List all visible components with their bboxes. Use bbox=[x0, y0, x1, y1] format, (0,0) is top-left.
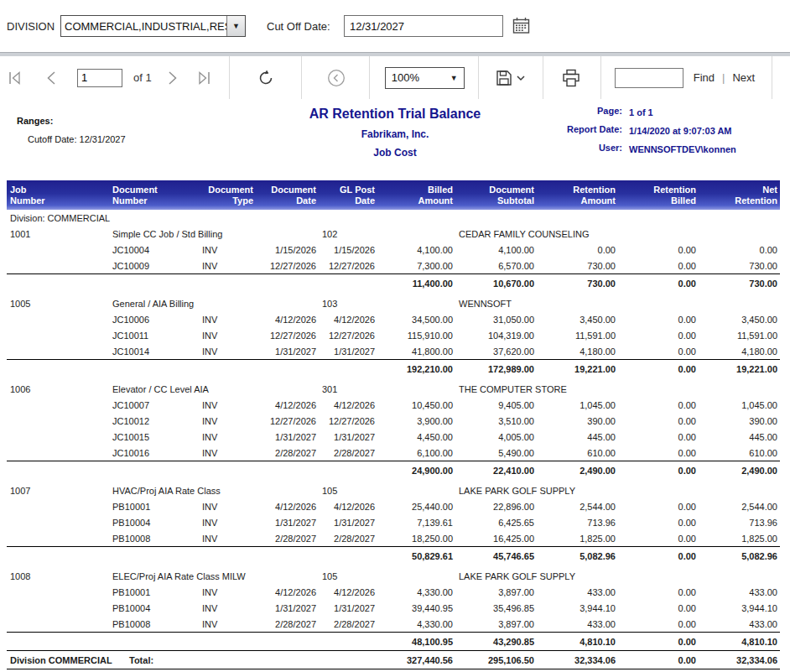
net-retention: 433.00 bbox=[699, 584, 780, 600]
back-button[interactable] bbox=[327, 69, 346, 87]
job-number: 1005 bbox=[7, 295, 109, 311]
document-type: INV bbox=[199, 429, 256, 445]
cell bbox=[377, 482, 455, 498]
calendar-icon[interactable] bbox=[512, 17, 530, 34]
document-subtotal: 3,897.00 bbox=[455, 584, 537, 600]
document-type: INV bbox=[199, 343, 256, 360]
cell bbox=[7, 600, 109, 616]
total-document-subtotal: 10,670.00 bbox=[455, 274, 537, 293]
document-number: JC10015 bbox=[109, 429, 199, 445]
previous-page-button[interactable] bbox=[45, 70, 57, 86]
billed-amount: 41,800.00 bbox=[377, 343, 455, 360]
document-number: PB10004 bbox=[109, 514, 199, 530]
export-save-button[interactable] bbox=[496, 70, 526, 86]
column-header: GL Post Date bbox=[319, 180, 377, 210]
total-billed-amount: 192,210.00 bbox=[377, 360, 455, 378]
retention-billed: 0.00 bbox=[618, 258, 699, 274]
retention-amount: 390.00 bbox=[537, 413, 618, 429]
document-date: 4/12/2026 bbox=[256, 498, 319, 514]
document-number: JC10007 bbox=[109, 397, 199, 413]
retention-amount: 1,825.00 bbox=[537, 530, 618, 547]
total-billed-amount: 48,100.95 bbox=[377, 633, 455, 651]
document-subtotal: 9,405.00 bbox=[455, 397, 537, 413]
document-type: INV bbox=[199, 498, 256, 514]
document-row: JC10012INV12/27/202612/27/20263,900.003,… bbox=[7, 413, 780, 429]
job-description: General / AIA Billing bbox=[109, 295, 319, 311]
retention-amount: 713.96 bbox=[537, 514, 618, 530]
zoom-value: 100% bbox=[392, 71, 419, 84]
page-count-label: of 1 bbox=[133, 71, 152, 84]
net-retention: 1,825.00 bbox=[699, 530, 780, 547]
billed-amount: 7,139.61 bbox=[377, 514, 455, 530]
toolbar-divider bbox=[772, 56, 772, 99]
gl-post-date: 12/27/2026 bbox=[319, 413, 377, 429]
division-total-subtotal: 295,106.50 bbox=[455, 651, 537, 669]
document-subtotal: 3,510.00 bbox=[455, 413, 537, 429]
division-total-retention-billed: 0.00 bbox=[618, 651, 699, 669]
division-label: DIVISION bbox=[7, 20, 55, 33]
retention-billed: 0.00 bbox=[618, 600, 699, 616]
billed-amount: 34,500.00 bbox=[377, 311, 455, 327]
retention-billed: 0.00 bbox=[618, 530, 699, 547]
total-retention-amount: 4,810.10 bbox=[537, 633, 618, 651]
net-retention: 11,591.00 bbox=[699, 327, 780, 343]
total-retention-billed: 0.00 bbox=[618, 547, 699, 565]
retention-table: Job NumberDocument NumberDocument TypeDo… bbox=[7, 180, 780, 669]
document-date: 1/31/2027 bbox=[256, 514, 319, 530]
document-subtotal: 104,319.00 bbox=[455, 327, 537, 343]
gl-post-date: 4/12/2026 bbox=[319, 584, 377, 600]
print-button[interactable] bbox=[562, 69, 580, 87]
division-select[interactable]: COMMERCIAL,INDUSTRIAL,RESID ▼ bbox=[60, 15, 246, 37]
net-retention: 713.96 bbox=[699, 514, 780, 530]
user-meta-label: User: bbox=[505, 143, 622, 153]
refresh-button[interactable] bbox=[257, 69, 275, 87]
find-input[interactable] bbox=[615, 68, 683, 88]
retention-amount: 3,450.00 bbox=[537, 311, 618, 327]
document-number: JC10006 bbox=[109, 311, 199, 327]
retention-billed: 0.00 bbox=[618, 413, 699, 429]
document-date: 12/27/2026 bbox=[256, 327, 319, 343]
billed-amount: 25,440.00 bbox=[377, 498, 455, 514]
net-retention: 1,045.00 bbox=[699, 397, 780, 413]
retention-billed: 0.00 bbox=[618, 311, 699, 327]
find-button[interactable]: Find bbox=[694, 71, 715, 84]
job-number: 1007 bbox=[7, 482, 109, 498]
find-next-button[interactable]: Next bbox=[732, 71, 755, 84]
net-retention: 610.00 bbox=[699, 445, 780, 461]
chevron-down-icon[interactable]: ▼ bbox=[226, 16, 245, 36]
document-number: PB10008 bbox=[109, 530, 199, 547]
column-header: Job Number bbox=[7, 180, 109, 210]
column-header: Document Number bbox=[109, 180, 199, 210]
division-total-net: 32,334.06 bbox=[699, 651, 780, 669]
billed-amount: 18,250.00 bbox=[377, 530, 455, 547]
document-type: INV bbox=[199, 258, 256, 274]
retention-billed: 0.00 bbox=[618, 514, 699, 530]
cell bbox=[7, 514, 109, 530]
gl-post-date: 12/27/2026 bbox=[319, 327, 377, 343]
total-document-subtotal: 172,989.00 bbox=[455, 360, 537, 378]
cell bbox=[7, 242, 109, 258]
cell bbox=[7, 274, 377, 293]
column-header: Document Date bbox=[256, 180, 319, 210]
next-page-button[interactable] bbox=[167, 70, 179, 86]
customer-name: LAKE PARK GOLF SUPPLY bbox=[455, 568, 780, 584]
document-row: JC10014INV1/31/20271/31/202741,800.0037,… bbox=[7, 343, 780, 360]
customer-name: CEDAR FAMILY COUNSELING bbox=[455, 226, 780, 242]
total-net-retention: 4,810.10 bbox=[699, 633, 780, 651]
job-row: 1005General / AIA Billing103WENNSOFT bbox=[7, 295, 780, 311]
cutoff-date-input[interactable] bbox=[344, 15, 503, 37]
gl-post-date: 1/31/2027 bbox=[319, 429, 377, 445]
gl-post-date: 12/27/2026 bbox=[319, 258, 377, 274]
last-page-button[interactable] bbox=[195, 70, 212, 86]
total-retention-billed: 0.00 bbox=[618, 633, 699, 651]
retention-billed: 0.00 bbox=[618, 327, 699, 343]
total-document-subtotal: 45,746.65 bbox=[455, 547, 537, 565]
retention-amount: 4,180.00 bbox=[537, 343, 618, 360]
page-number-input[interactable] bbox=[77, 69, 122, 87]
retention-billed: 0.00 bbox=[618, 498, 699, 514]
first-page-button[interactable] bbox=[7, 70, 23, 86]
zoom-select[interactable]: 100% ▼ bbox=[385, 67, 465, 89]
job-total-row: 192,210.00172,989.0019,221.000.0019,221.… bbox=[7, 360, 780, 378]
gl-post-date: 1/15/2026 bbox=[319, 242, 377, 258]
document-type: INV bbox=[199, 584, 256, 600]
